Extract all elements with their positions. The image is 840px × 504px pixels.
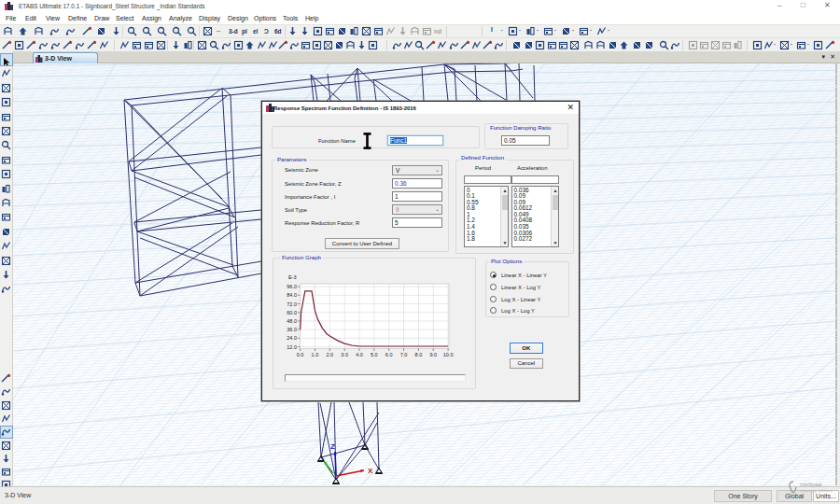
svg-text:0.0: 0.0 <box>297 352 304 357</box>
svg-text:36.0: 36.0 <box>287 327 297 332</box>
svg-text:Z: Z <box>330 442 335 451</box>
svg-text:E-3: E-3 <box>288 274 297 280</box>
svg-text:48.0: 48.0 <box>287 318 297 324</box>
svg-text:7.0: 7.0 <box>400 352 408 357</box>
svg-text:84.0: 84.0 <box>287 292 297 298</box>
svg-text:8.0: 8.0 <box>415 352 423 357</box>
svg-text:72.0: 72.0 <box>287 301 297 307</box>
svg-text:3.0: 3.0 <box>341 352 348 357</box>
svg-text:60.0: 60.0 <box>287 310 297 315</box>
svg-text:5.0: 5.0 <box>371 352 378 357</box>
svg-text:24.0: 24.0 <box>287 335 297 341</box>
svg-text:9.0: 9.0 <box>429 352 437 357</box>
svg-text:2.0: 2.0 <box>326 352 333 357</box>
svg-text:6.0: 6.0 <box>385 352 393 357</box>
svg-text:4.0: 4.0 <box>356 352 363 357</box>
svg-text:X: X <box>368 467 373 475</box>
svg-text:96.0: 96.0 <box>287 284 297 289</box>
svg-text:1.0: 1.0 <box>312 352 319 357</box>
svg-text:12.0: 12.0 <box>287 344 297 350</box>
svg-text:10.0: 10.0 <box>443 352 454 357</box>
